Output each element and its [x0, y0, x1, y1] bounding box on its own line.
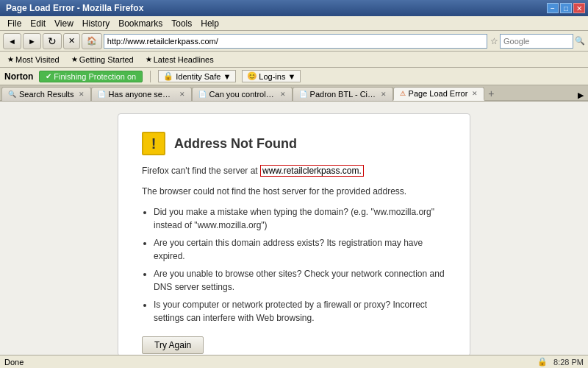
list-item: Did you make a mistake when typing the d… [154, 205, 446, 232]
tab-page-load-error[interactable]: ⚠ Page Load Error ✕ [393, 87, 485, 101]
menu-view[interactable]: View [50, 17, 78, 30]
bookmark-most-visited-label: Most Visited [15, 55, 60, 64]
norton-logins[interactable]: 😊 Log-ins ▼ [242, 70, 301, 82]
tab-search-results-label: Search Results [19, 90, 74, 99]
refresh-button[interactable]: ↻ [43, 33, 62, 49]
latest-headlines-icon: ★ [146, 55, 152, 63]
norton-logins-label: Log-ins ▼ [259, 72, 295, 81]
search-icon: 🔍 [575, 36, 585, 46]
tab-green-monkey-favicon: 📄 [98, 91, 106, 98]
bookmark-latest-headlines-label: Latest Headlines [154, 55, 214, 64]
getting-started-icon: ★ [71, 55, 78, 63]
tab-page-load-error-favicon: ⚠ [400, 90, 406, 97]
tab-cigar-temper[interactable]: 📄 Can you control your temper - Ciga... … [192, 87, 293, 101]
status-text: Done [4, 358, 24, 367]
statusbar: Done 🔒 8:28 PM [0, 355, 588, 368]
tab-search-results-close[interactable]: ✕ [79, 91, 85, 98]
menubar: File Edit View History Bookmarks Tools H… [0, 16, 588, 31]
tab-padron-btl-label: Padron BTL - CigarPass [310, 90, 376, 99]
norton-identity-safe[interactable]: 🔒 Identity Safe ▼ [158, 70, 236, 82]
error-title: Address Not Found [174, 134, 297, 154]
titlebar-title: Page Load Error - Mozilla Firefox [3, 3, 143, 13]
minimize-button[interactable]: − [547, 3, 559, 13]
norton-protection-badge: ✔ Finishing Protection on [39, 71, 143, 82]
warning-exclamation: ! [151, 132, 157, 155]
error-description: The browser could not find the host serv… [142, 185, 446, 198]
bookmark-latest-headlines[interactable]: ★ Latest Headlines [141, 54, 218, 65]
error-subtitle: Firefox can't find the server at www.ret… [142, 164, 446, 177]
menu-edit[interactable]: Edit [26, 17, 50, 30]
most-visited-icon: ★ [7, 55, 14, 63]
norton-toolbar: Norton ✔ Finishing Protection on 🔒 Ident… [0, 68, 588, 85]
browser-content: ! Address Not Found Firefox can't find t… [0, 102, 588, 368]
menu-bookmarks[interactable]: Bookmarks [114, 17, 167, 30]
tabs-bar: 🔍 Search Results ✕ 📄 Has anyone seen The… [0, 85, 588, 102]
menu-tools[interactable]: Tools [167, 17, 196, 30]
norton-logins-icon: 😊 [247, 71, 257, 81]
status-time: 8:28 PM [553, 358, 584, 367]
address-bar-container: ☆ [104, 34, 498, 49]
navbar: ◄ ► ↻ ✕ 🏠 ☆ 🔍 [0, 31, 588, 52]
tab-page-load-error-close[interactable]: ✕ [472, 90, 478, 97]
forward-button[interactable]: ► [23, 33, 41, 49]
list-item: Are you unable to browse other sites? Ch… [154, 267, 446, 294]
try-again-button[interactable]: Try Again [142, 336, 204, 354]
bookmark-getting-started[interactable]: ★ Getting Started [67, 54, 138, 65]
bookmark-most-visited[interactable]: ★ Most Visited [3, 54, 64, 65]
norton-check-icon: ✔ [46, 72, 51, 80]
norton-identity-safe-label: Identity Safe ▼ [176, 72, 231, 81]
error-list: Did you make a mistake when typing the d… [142, 205, 446, 325]
warning-icon: ! [142, 132, 165, 155]
tab-green-monkey-label: Has anyone seen The Green Monke... [109, 90, 175, 99]
norton-logo: Norton [4, 71, 33, 82]
tab-search-results-favicon: 🔍 [8, 91, 16, 98]
error-page: ! Address Not Found Firefox can't find t… [118, 113, 470, 356]
stop-button[interactable]: ✕ [63, 33, 80, 49]
tab-green-monkey-close[interactable]: ✕ [179, 91, 185, 98]
tab-padron-btl-close[interactable]: ✕ [381, 91, 387, 98]
search-container: 🔍 [500, 34, 585, 49]
back-button[interactable]: ◄ [3, 33, 21, 49]
tab-padron-btl-favicon: 📄 [299, 91, 307, 98]
menu-file[interactable]: File [3, 17, 26, 30]
titlebar-buttons: − □ ✕ [547, 3, 585, 13]
tab-cigar-temper-close[interactable]: ✕ [280, 91, 286, 98]
menu-help[interactable]: Help [196, 17, 223, 30]
tab-page-load-error-label: Page Load Error [409, 89, 468, 98]
list-item: Are you certain this domain address exis… [154, 236, 446, 263]
new-tab-button[interactable]: + [484, 87, 498, 100]
norton-identity-safe-icon: 🔒 [163, 71, 173, 81]
error-url: www.retailclerkpass.com. [260, 165, 364, 177]
titlebar: Page Load Error - Mozilla Firefox − □ ✕ [0, 0, 588, 16]
tab-search-results[interactable]: 🔍 Search Results ✕ [1, 87, 91, 101]
tabs-scroll-right-icon[interactable]: ▶ [575, 91, 587, 100]
list-item: Is your computer or network protected by… [154, 298, 446, 325]
statusbar-right: 🔒 8:28 PM [537, 357, 584, 367]
bookmarks-bar: ★ Most Visited ★ Getting Started ★ Lates… [0, 52, 588, 68]
tab-green-monkey[interactable]: 📄 Has anyone seen The Green Monke... ✕ [91, 87, 192, 101]
bookmark-star-icon[interactable]: ☆ [490, 36, 498, 46]
statusbar-left: Done [4, 358, 24, 367]
zoom-level: 🔒 [537, 357, 548, 367]
bookmark-getting-started-label: Getting Started [79, 55, 134, 64]
norton-protection-label: Finishing Protection on [54, 72, 136, 81]
home-button[interactable]: 🏠 [82, 33, 102, 49]
tab-cigar-temper-label: Can you control your temper - Ciga... [209, 90, 276, 99]
close-button[interactable]: ✕ [573, 3, 585, 13]
tab-padron-btl[interactable]: 📄 Padron BTL - CigarPass ✕ [293, 87, 393, 101]
address-input[interactable] [104, 34, 487, 49]
maximize-button[interactable]: □ [560, 3, 572, 13]
search-input[interactable] [500, 34, 573, 49]
error-subtitle-prefix: Firefox can't find the server at [142, 166, 260, 176]
error-header: ! Address Not Found [142, 132, 446, 155]
menu-history[interactable]: History [78, 17, 114, 30]
tab-cigar-temper-favicon: 📄 [198, 91, 207, 98]
